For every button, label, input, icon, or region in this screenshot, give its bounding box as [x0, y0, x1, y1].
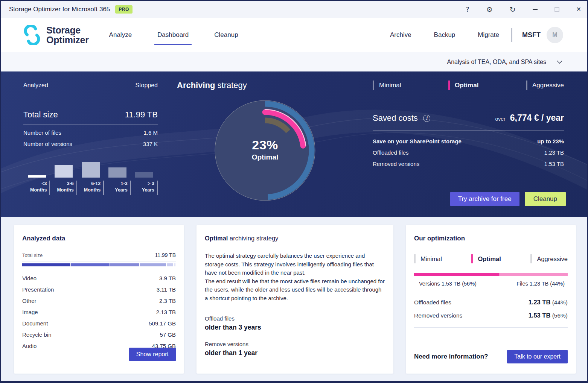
- nav-right-group: ArchiveBackupMigrate: [389, 30, 500, 40]
- archiving-strategy-title: Archiving strategy: [177, 81, 247, 90]
- age-bar-zone: [77, 160, 104, 178]
- settings-gear-icon[interactable]: ⚙: [486, 6, 493, 13]
- nav-divider: [511, 28, 512, 42]
- donut-strategy-label: Optimal: [227, 153, 303, 161]
- window-controls: ? ⚙ ↻ ✕: [466, 6, 581, 13]
- nav-item-analyze[interactable]: Analyze: [108, 30, 133, 40]
- tab-indicator-bar: [373, 81, 374, 90]
- card-title: Our optimization: [414, 235, 568, 242]
- row-label: Other: [22, 298, 37, 304]
- row-value: 3.11 TB: [157, 286, 176, 293]
- analysis-status: Stopped: [135, 82, 158, 89]
- tab-label: Minimal: [420, 255, 442, 263]
- age-bar-label: 6-12Months: [77, 181, 104, 195]
- nav-item-dashboard[interactable]: Dashboard: [157, 30, 189, 40]
- row-value: 57 GB: [160, 331, 176, 338]
- row-value-rest: (56%): [550, 312, 568, 319]
- table-row: Offloaded files1.23 TB (44%): [414, 296, 568, 309]
- stat-label: Save on your SharePoint storage: [373, 138, 462, 144]
- stat-label: Number of versions: [23, 141, 72, 147]
- card-title: Optimal archiving strategy: [205, 235, 385, 242]
- opt-tab-optimal[interactable]: Optimal: [471, 254, 501, 263]
- maximize-icon[interactable]: [554, 7, 559, 12]
- navbar: Storage Optimizer AnalyzeDashboardCleanu…: [1, 18, 587, 52]
- optimization-split-bar: [414, 273, 568, 276]
- talk-to-expert-button[interactable]: Talk to our expert: [507, 350, 568, 363]
- chevron-down-icon: [557, 60, 562, 64]
- try-archive-button[interactable]: Try archive for free: [450, 192, 519, 206]
- tab-label: Minimal: [379, 82, 401, 89]
- stat-label: Removed versions: [373, 161, 419, 167]
- close-icon[interactable]: ✕: [576, 6, 581, 12]
- minimize-icon[interactable]: [533, 9, 538, 10]
- saved-costs-value: 6,774 € / year: [510, 113, 564, 123]
- age-bar-zone: [23, 160, 50, 178]
- tab-indicator-bar: [526, 81, 527, 90]
- app-frame: Storage Optimizer for Microsoft 365 PRO …: [1, 1, 587, 381]
- help-icon[interactable]: ?: [466, 6, 469, 13]
- stat-value: up to 23%: [537, 138, 564, 144]
- opt-tab-minimal[interactable]: Minimal: [414, 254, 442, 263]
- opt-tab-aggressive[interactable]: Aggressive: [530, 254, 568, 263]
- remove-versions-label: Remove versions: [205, 341, 385, 347]
- nav-item-backup[interactable]: Backup: [433, 30, 456, 40]
- brand: Storage Optimizer: [23, 25, 89, 45]
- bar-segment: [500, 273, 568, 276]
- nav-item-cleanup[interactable]: Cleanup: [213, 30, 239, 40]
- age-bar-zone: [104, 160, 131, 178]
- offload-files-setting: Offload files older than 3 years: [205, 315, 385, 331]
- donut-percent: 23%: [227, 138, 303, 152]
- row-label: Removed versions: [414, 312, 462, 319]
- nav-item-archive[interactable]: Archive: [389, 30, 412, 40]
- stat-value: 1.23 TB: [544, 149, 564, 156]
- strategy-tabs: MinimalOptimalAggressive: [373, 81, 564, 90]
- stat-label: Offloaded files: [373, 149, 409, 156]
- table-row: Other2.3 TB: [22, 295, 176, 306]
- tab-aggressive[interactable]: Aggressive: [526, 81, 564, 90]
- refresh-icon[interactable]: ↻: [510, 6, 516, 13]
- table-row: Video3.9 TB: [22, 272, 176, 284]
- table-row: Recycle bin57 GB: [22, 329, 176, 340]
- card-title-rest: archiving strategy: [228, 235, 278, 242]
- saved-costs-stats: Save on your SharePoint storageup to 23%…: [373, 135, 564, 169]
- tab-optimal[interactable]: Optimal: [448, 81, 478, 90]
- nav-item-migrate[interactable]: Migrate: [477, 30, 500, 40]
- minimize-glyph: [533, 9, 538, 10]
- tab-label: Optimal: [478, 255, 501, 263]
- row-value-rest: (44%): [550, 299, 568, 305]
- show-report-button[interactable]: Show report: [129, 348, 176, 361]
- optimization-stats: Offloaded files1.23 TB (44%)Removed vers…: [414, 296, 568, 322]
- analyzed-stats: Number of files1.6 MNumber of versions33…: [23, 127, 158, 149]
- strategy-paragraph-2: The end result will be that the most act…: [205, 277, 385, 303]
- total-size-label: Total size: [22, 252, 43, 258]
- tab-label: Aggressive: [532, 82, 564, 89]
- stat-value: 1.6 M: [143, 129, 158, 136]
- bar-segment: [22, 263, 70, 266]
- avatar[interactable]: M: [547, 27, 563, 43]
- table-row: Presentation3.11 TB: [22, 284, 176, 295]
- row-label: Document: [22, 320, 48, 327]
- storage-breakdown-table: Video3.9 TBPresentation3.11 TBOther2.3 T…: [22, 272, 176, 351]
- donut-center-label: 23% Optimal: [227, 138, 303, 161]
- stat-row: Number of versions337 K: [23, 138, 158, 149]
- storage-optimizer-logo-icon: [23, 25, 41, 45]
- age-bar-group: > 3Years: [131, 160, 158, 195]
- row-label: Presentation: [22, 286, 54, 293]
- stat-value: 1.53 TB: [544, 161, 564, 167]
- optimization-strategy-tabs: MinimalOptimalAggressive: [414, 254, 568, 263]
- bar-segment: [110, 263, 139, 266]
- divider: [23, 154, 158, 154]
- saved-costs-over: over: [495, 116, 506, 122]
- storage-breakdown-bar: [22, 263, 176, 266]
- cleanup-button[interactable]: Cleanup: [525, 192, 566, 206]
- age-bar: [108, 167, 126, 178]
- info-icon[interactable]: i: [423, 115, 430, 122]
- tab-minimal[interactable]: Minimal: [373, 81, 401, 90]
- card-footer: Need more information? Talk to our exper…: [414, 350, 568, 363]
- card-title: Analyzed data: [22, 235, 176, 242]
- saved-costs-label: Saved costs: [373, 113, 418, 123]
- stat-label: Number of files: [23, 129, 61, 136]
- site-selector[interactable]: Analysis of TEA, ODA, and SPA sites: [447, 59, 562, 65]
- site-selector-label: Analysis of TEA, ODA, and SPA sites: [447, 59, 546, 65]
- brand-line2: Optimizer: [46, 35, 89, 45]
